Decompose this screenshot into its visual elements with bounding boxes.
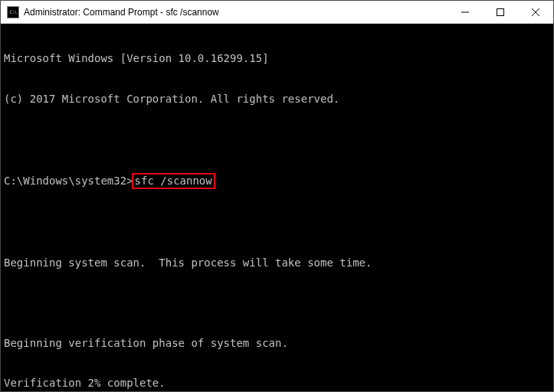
close-button[interactable] <box>518 1 553 23</box>
maximize-button[interactable] <box>483 1 518 23</box>
minimize-icon <box>461 8 469 16</box>
window-controls <box>447 1 553 23</box>
maximize-icon <box>497 8 504 16</box>
command-prompt-window: C:\ Administrator: Command Prompt - sfc … <box>0 0 554 392</box>
prompt-prefix: C:\Windows\system32> <box>4 175 133 187</box>
copyright-line: (c) 2017 Microsoft Corporation. All righ… <box>4 93 550 106</box>
close-icon <box>532 8 539 16</box>
terminal-output[interactable]: Microsoft Windows [Version 10.0.16299.15… <box>1 24 553 391</box>
app-icon: C:\ <box>7 6 19 18</box>
titlebar[interactable]: C:\ Administrator: Command Prompt - sfc … <box>1 1 553 24</box>
svg-rect-1 <box>497 8 504 15</box>
verify-begin-line: Beginning verification phase of system s… <box>4 337 550 351</box>
progress-line: Verification 2% complete. <box>4 377 550 390</box>
minimize-button[interactable] <box>447 1 483 23</box>
command-highlight: sfc /scannow <box>132 173 215 190</box>
scan-begin-line: Beginning system scan. This process will… <box>4 256 550 270</box>
window-title: Administrator: Command Prompt - sfc /sca… <box>24 7 447 18</box>
blank-line <box>4 296 550 310</box>
blank-line <box>4 132 550 146</box>
version-line: Microsoft Windows [Version 10.0.16299.15… <box>4 52 550 66</box>
prompt-line: C:\Windows\system32>sfc /scannow <box>4 173 550 190</box>
blank-line <box>4 216 550 230</box>
